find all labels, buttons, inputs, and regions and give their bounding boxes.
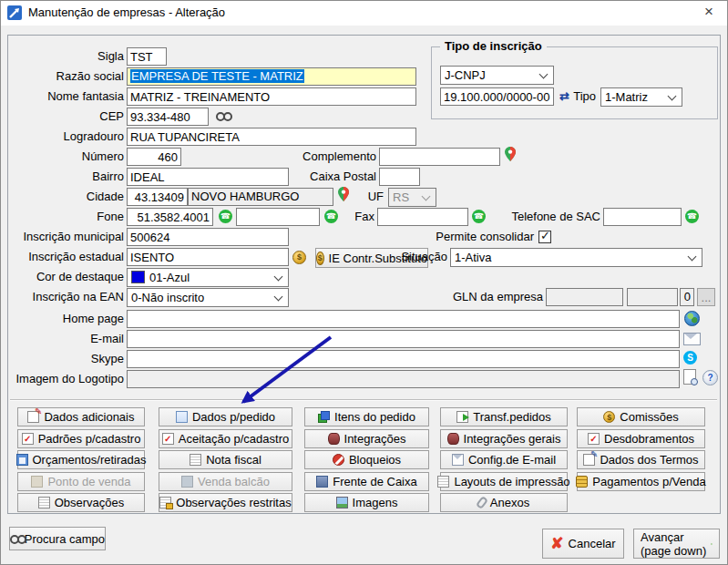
gln-browse-button[interactable]: ... [697, 288, 715, 306]
fax-input[interactable] [377, 208, 468, 226]
button-padroes-p-cadastro[interactable]: Padrões p/cadastro [17, 429, 145, 448]
button-label: Aceitação p/cadastro [179, 432, 289, 446]
button-imagens[interactable]: Imagens [304, 493, 429, 512]
home-page-input[interactable] [127, 310, 680, 328]
chevron-down-icon [668, 92, 677, 101]
complemento-input[interactable] [379, 148, 500, 166]
button-frente-de-caixa[interactable]: Frente de Caixa [304, 472, 429, 491]
button-desdobramentos[interactable]: Desdobramentos [577, 429, 705, 448]
tipo-documento-dropdown[interactable]: J-CNPJ [440, 66, 554, 85]
inscricao-estadual-input[interactable] [127, 248, 289, 266]
cep-label: CEP [8, 108, 124, 126]
counter-icon [181, 476, 193, 488]
sac-input[interactable] [603, 208, 682, 226]
button-bloqueios[interactable]: Bloqueios [304, 450, 429, 469]
inscricao-municipal-input[interactable] [127, 228, 289, 246]
button-label: Transf.pedidos [473, 410, 551, 424]
button-integracoes-gerais[interactable]: Integrações gerais [440, 429, 568, 448]
checklist-icon [162, 433, 174, 445]
tipo-dropdown[interactable]: 1-Matriz [600, 87, 682, 107]
whatsapp-icon[interactable] [219, 210, 232, 223]
fone1-input[interactable] [127, 208, 213, 226]
sigla-input[interactable] [127, 47, 167, 66]
inscricao-ean-value: 0-Não inscrito [131, 291, 204, 304]
button-dados-dos-termos[interactable]: Dados dos Termos [577, 450, 705, 469]
caixa-postal-input[interactable] [379, 168, 420, 186]
cor-destaque-dropdown[interactable]: 01-Azul [127, 268, 289, 287]
sac-label: Telefone de SAC [500, 208, 600, 226]
cor-destaque-value: 01-Azul [149, 271, 190, 284]
button-layouts-de-impressao[interactable]: Layouts de impressão [440, 472, 568, 491]
cep-input[interactable] [127, 108, 209, 126]
button-itens-do-pedido[interactable]: Itens do pedido [304, 407, 429, 426]
cancelar-button[interactable]: ✘ Cancelar [542, 529, 624, 559]
cep-search-binoculars-icon[interactable] [216, 111, 231, 120]
map-pin-icon[interactable] [505, 147, 516, 161]
whatsapp-icon[interactable] [685, 210, 699, 223]
button-pagamentos-p-venda[interactable]: Pagamentos p/Venda [577, 472, 705, 491]
skype-input[interactable] [127, 350, 680, 368]
numero-input[interactable] [127, 148, 181, 166]
inscricao-ean-dropdown[interactable]: 0-Não inscrito [127, 288, 289, 307]
group-title: Tipo de inscrição [440, 39, 547, 53]
numero-label: Número [8, 148, 124, 166]
note-lock-icon [159, 497, 171, 508]
money-bag-icon [603, 411, 615, 423]
envelope-icon[interactable] [683, 333, 701, 345]
permite-consolidar-checkbox[interactable] [538, 231, 551, 243]
home-page-label: Home page [8, 310, 124, 328]
email-label: E-mail [8, 330, 124, 348]
button-dados-adicionais[interactable]: Dados adicionais [17, 407, 145, 426]
button-comissoes[interactable]: Comissões [577, 407, 705, 426]
clipboard-icon [16, 454, 28, 466]
button-nota-fiscal[interactable]: Nota fiscal [159, 450, 292, 469]
bairro-input[interactable] [127, 168, 289, 186]
button-label: Comissões [620, 410, 678, 424]
whatsapp-icon[interactable] [472, 210, 486, 223]
cor-destaque-label: Cor de destaque [8, 268, 124, 286]
inscricao-estadual-label: Inscrição estadual [8, 248, 124, 266]
situacao-dropdown[interactable]: 1-Ativa [450, 248, 702, 267]
skype-icon[interactable] [683, 351, 697, 365]
button-anexos[interactable]: Anexos [440, 493, 568, 512]
button-label: Dados dos Termos [600, 453, 698, 467]
button-label: Bloqueios [349, 453, 401, 467]
button-label: Padrões p/cadastro [38, 432, 141, 446]
procura-campo-button[interactable]: Procura campo [9, 527, 106, 550]
cidade-codigo-input[interactable] [127, 188, 188, 206]
separator [10, 399, 717, 400]
globe-icon[interactable] [684, 311, 700, 326]
button-orcamentos-retiradas[interactable]: Orçamentos/retiradas [17, 450, 145, 469]
close-icon[interactable]: × [695, 0, 723, 24]
email-input[interactable] [127, 330, 680, 348]
situacao-label: Situação [374, 248, 447, 266]
main-form-panel: Sigla Razão social Nome fantasia CEP Log… [7, 35, 721, 514]
checklist-icon [588, 433, 600, 445]
razao-social-input[interactable]: EMPRESA DE TESTE - MATRIZ [127, 67, 416, 86]
inscricao-ean-label: Inscrição na EAN [8, 288, 124, 306]
button-config-de-email[interactable]: Config.de E-mail [440, 450, 568, 469]
gln-field-1 [546, 288, 623, 306]
button-integracoes[interactable]: Integrações [304, 429, 429, 448]
image-preview-icon[interactable] [683, 369, 696, 385]
button-dados-p-pedido[interactable]: Dados p/pedido [159, 407, 292, 426]
nome-fantasia-input[interactable] [127, 87, 416, 106]
note-icon [190, 454, 201, 466]
button-label: Integrações [344, 432, 406, 446]
logradouro-input[interactable] [127, 128, 416, 146]
button-observacoes-restritas[interactable]: Observações restritas [159, 493, 292, 512]
coin-icon[interactable] [292, 251, 306, 264]
coins-icon [576, 476, 588, 488]
situacao-value: 1-Ativa [455, 251, 491, 264]
caixa-postal-label: Caixa Postal [276, 168, 376, 186]
gln-field-2 [627, 288, 678, 306]
help-icon[interactable] [702, 370, 718, 385]
checklist-icon [22, 433, 34, 445]
cnpj-input[interactable] [440, 87, 554, 106]
button-observacoes[interactable]: Observações [17, 493, 145, 512]
avancar-button[interactable]: Avançar (page down) [633, 529, 720, 559]
fone2-input[interactable] [236, 208, 320, 226]
button-aceitacao-p-cadastro[interactable]: Aceitação p/cadastro [159, 429, 292, 448]
map-pin-icon[interactable] [338, 187, 349, 201]
button-transf-pedidos[interactable]: Transf.pedidos [440, 407, 568, 426]
